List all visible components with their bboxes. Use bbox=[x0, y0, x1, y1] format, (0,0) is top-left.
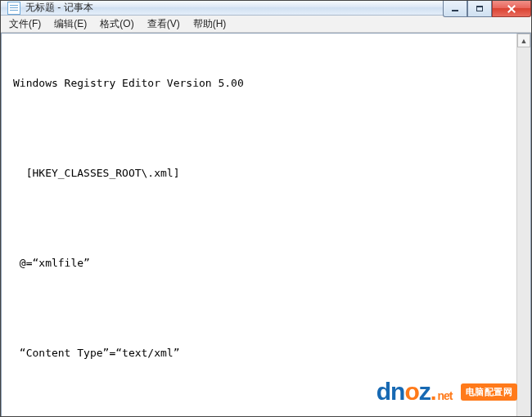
notepad-icon bbox=[7, 2, 20, 15]
window-title: 无标题 - 记事本 bbox=[25, 1, 93, 15]
editor-line: Windows Registry Editor Version 5.00 bbox=[13, 74, 508, 92]
editor-line: [HKEY_CLASSES_ROOT\.xml] bbox=[13, 164, 508, 182]
menu-bar: 文件(F) 编辑(E) 格式(O) 查看(V) 帮助(H) bbox=[1, 16, 531, 33]
scroll-up-button[interactable]: ▲ bbox=[517, 34, 530, 47]
menu-format[interactable]: 格式(O) bbox=[93, 16, 140, 33]
notepad-window: 无标题 - 记事本 文件(F) 编辑(E) 格式(O) 查看(V) 帮助(H) … bbox=[1, 1, 531, 416]
text-editor[interactable]: Windows Registry Editor Version 5.00 [HK… bbox=[2, 34, 516, 417]
menu-edit[interactable]: 编辑(E) bbox=[47, 16, 93, 33]
close-button[interactable] bbox=[492, 1, 531, 17]
maximize-button[interactable] bbox=[467, 1, 492, 17]
editor-line: @=“xmlfile” bbox=[13, 254, 508, 272]
editor-line: “Content Type”=“text/xml” bbox=[13, 344, 508, 362]
editor-area: Windows Registry Editor Version 5.00 [HK… bbox=[1, 33, 531, 417]
menu-help[interactable]: 帮助(H) bbox=[187, 16, 233, 33]
maximize-icon bbox=[476, 6, 483, 11]
vertical-scrollbar[interactable]: ▲ ▼ bbox=[516, 34, 530, 417]
close-icon bbox=[507, 5, 516, 13]
window-controls bbox=[443, 1, 531, 17]
minimize-icon bbox=[452, 10, 458, 11]
menu-file[interactable]: 文件(F) bbox=[2, 16, 47, 33]
title-bar[interactable]: 无标题 - 记事本 bbox=[1, 1, 531, 16]
minimize-button[interactable] bbox=[443, 1, 467, 17]
menu-view[interactable]: 查看(V) bbox=[141, 16, 187, 33]
